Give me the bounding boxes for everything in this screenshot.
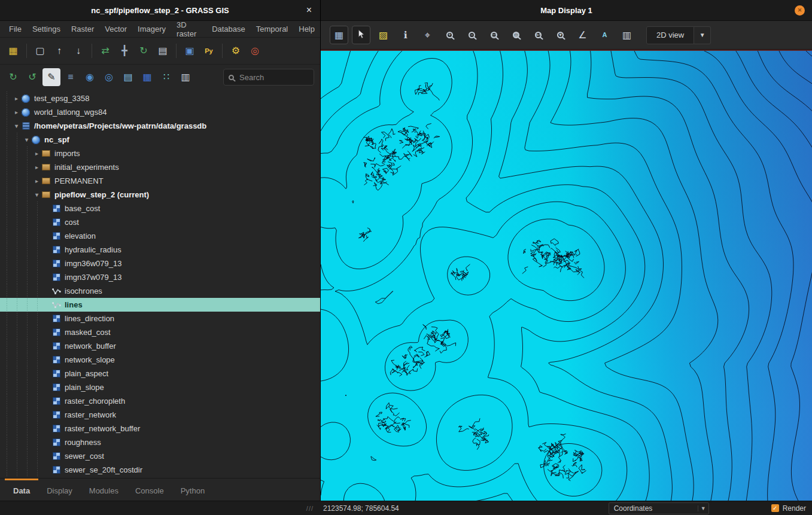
reload-current-mapset-button[interactable]: ↺ [23, 68, 41, 86]
menu-settings[interactable]: Settings [27, 21, 66, 37]
tree-item-imports[interactable]: ▸imports [0, 147, 320, 160]
tree-item-permanent[interactable]: ▸PERMANENT [0, 174, 320, 188]
tree-item-roughness[interactable]: roughness [0, 435, 320, 449]
save-display-button[interactable]: ▦ [330, 26, 348, 44]
tree-item-home-vpetras-projects-ww-patrn-data-grassdb[interactable]: ▾/home/vpetras/Projects/ww-patrn/data/gr… [0, 119, 320, 133]
add-raster-layer-button[interactable]: ▦ [138, 68, 156, 86]
tree-item-imgn36w079-13[interactable]: imgn36w079_13 [0, 257, 320, 270]
add-display-button[interactable]: ▥ [618, 26, 636, 44]
add-grassdb-button[interactable]: ◉ [81, 68, 99, 86]
import-raster-button[interactable]: ⇄ [96, 42, 114, 60]
pointer-tool-button[interactable] [352, 26, 370, 44]
expander-icon[interactable]: ▸ [32, 164, 41, 170]
tree-item-raster-choropleth[interactable]: raster_choropleth [0, 394, 320, 408]
tree-guide-line [22, 339, 32, 353]
menu-3d-raster[interactable]: 3D raster [171, 21, 206, 37]
menu-vector[interactable]: Vector [99, 21, 132, 37]
menu-raster[interactable]: Raster [66, 21, 99, 37]
splitter-grip[interactable]: /// [306, 505, 314, 512]
menu-help[interactable]: Help [293, 21, 320, 37]
tab-console[interactable]: Console [127, 479, 172, 501]
tree-item-initial-experiments[interactable]: ▸initial_experiments [0, 160, 320, 174]
expander-icon[interactable]: ▸ [12, 109, 21, 115]
tree-item-sewer-cost[interactable]: sewer_cost [0, 449, 320, 463]
tree-item-cost[interactable]: cost [0, 215, 320, 229]
new-display-button[interactable]: ▥ [177, 68, 194, 86]
edit-raster-button[interactable]: ✎ [42, 68, 60, 86]
add-overlay-button[interactable]: A [595, 26, 614, 44]
view-mode-select[interactable]: 2D view▼ [646, 26, 711, 44]
reload-tree-button[interactable]: ↻ [4, 68, 22, 86]
pan-tool-button[interactable]: ⌖ [418, 26, 437, 44]
python-console-button[interactable]: Py [200, 42, 218, 60]
menu-temporal[interactable]: Temporal [251, 21, 293, 37]
expander-icon[interactable]: ▸ [32, 150, 41, 157]
tree-item-nc-spf[interactable]: ▾nc_spf [0, 133, 320, 147]
menu-file[interactable]: File [4, 21, 27, 37]
close-window-button[interactable]: × [306, 0, 312, 20]
print-composer-button[interactable]: ▤ [154, 42, 172, 60]
expander-icon[interactable]: ▾ [12, 123, 21, 129]
add-group-button[interactable]: ∷ [157, 68, 175, 86]
expander-icon[interactable]: ▾ [32, 191, 41, 198]
expander-icon[interactable]: ▾ [22, 136, 31, 143]
tree-guide-line [2, 160, 12, 174]
tree-item-network-buffer[interactable]: network_buffer [0, 339, 320, 353]
tree-item-test-epsg-3358[interactable]: ▸test_epsg_3358 [0, 92, 320, 105]
tree-item-sewer-se-20ft-costdir[interactable]: sewer_se_20ft_costdir [0, 463, 320, 477]
tree-item-base-cost[interactable]: base_cost [0, 202, 320, 215]
tab-python[interactable]: Python [172, 479, 213, 501]
map-close-button[interactable]: ✕ [795, 5, 805, 16]
zoom-options-button[interactable]: ▾ [551, 26, 570, 44]
menu-imagery[interactable]: Imagery [132, 21, 171, 37]
zoom-extent-button[interactable]: ▭ [485, 26, 503, 44]
create-mapset-button[interactable]: ▤ [119, 68, 137, 86]
tree-item-elevation[interactable]: elevation [0, 229, 320, 243]
tree-item-label: sewer_se_20ft_costdir [65, 465, 142, 474]
search-input[interactable] [238, 72, 309, 83]
render-checkbox[interactable]: ✓ [771, 504, 779, 512]
new-map-display-button[interactable]: ▦ [4, 42, 22, 60]
help-button[interactable]: ◎ [246, 42, 264, 60]
analyze-map-button[interactable]: ∠ [573, 26, 592, 44]
expander-icon[interactable]: ▸ [12, 95, 21, 102]
settings-button[interactable]: ⚙ [227, 42, 245, 60]
zoom-back-button[interactable]: ↩ [529, 26, 548, 44]
tree-item-raster-network[interactable]: raster_network [0, 408, 320, 422]
tab-modules[interactable]: Modules [81, 479, 127, 501]
database-manager-button[interactable]: ≡ [62, 68, 80, 86]
coordinate-mode-select[interactable]: Coordinates ▼ [609, 502, 709, 514]
zoom-in-button[interactable]: + [440, 26, 459, 44]
tree-guide-line [32, 257, 42, 270]
grass-titlebar: nc_spf/pipeflow_step_2 - GRASS GIS × [0, 0, 320, 21]
chevron-down-icon[interactable]: ▼ [694, 26, 711, 44]
menu-database[interactable]: Database [206, 21, 251, 37]
tab-display[interactable]: Display [38, 479, 81, 501]
zoom-region-button[interactable]: ▦ [507, 26, 525, 44]
new-workspace-button[interactable]: ▢ [31, 42, 49, 60]
select-tool-button[interactable]: ▨ [374, 26, 393, 44]
tree-item-masked-cost[interactable]: masked_cost [0, 325, 320, 339]
tree-item-plain-aspect[interactable]: plain_aspect [0, 367, 320, 380]
open-workspace-button[interactable]: ↑ [50, 42, 68, 60]
tree-item-raster-network-buffer[interactable]: raster_network_buffer [0, 422, 320, 435]
modules-search-button[interactable]: ▣ [181, 42, 199, 60]
tree-item-hydraulic-radius[interactable]: hydraulic_radius [0, 243, 320, 257]
tree-item-lines[interactable]: lines [0, 298, 320, 312]
tree-item-pipeflow-step-2-current[interactable]: ▾pipeflow_step_2 (current) [0, 188, 320, 202]
tree-item-isochrones[interactable]: isochrones [0, 284, 320, 298]
zoom-out-button[interactable]: − [463, 26, 481, 44]
tab-data[interactable]: Data [5, 479, 38, 501]
expander-icon[interactable]: ▸ [32, 178, 41, 184]
save-workspace-button[interactable]: ↓ [69, 42, 87, 60]
tree-item-plain-slope[interactable]: plain_slope [0, 380, 320, 394]
tree-item-network-slope[interactable]: network_slope [0, 353, 320, 367]
query-tool-button[interactable]: ℹ [396, 26, 415, 44]
tree-item-world-latlong-wgs84[interactable]: ▸world_latlong_wgs84 [0, 105, 320, 119]
tree-item-imgn37w079-13[interactable]: imgn37w079_13 [0, 270, 320, 284]
map-canvas[interactable] [321, 51, 812, 501]
georectify-button[interactable]: ╋ [115, 42, 133, 60]
import-vector-button[interactable]: ↻ [135, 42, 153, 60]
tree-item-lines-direction[interactable]: lines_direction [0, 312, 320, 325]
create-location-button[interactable]: ◎ [100, 68, 118, 86]
